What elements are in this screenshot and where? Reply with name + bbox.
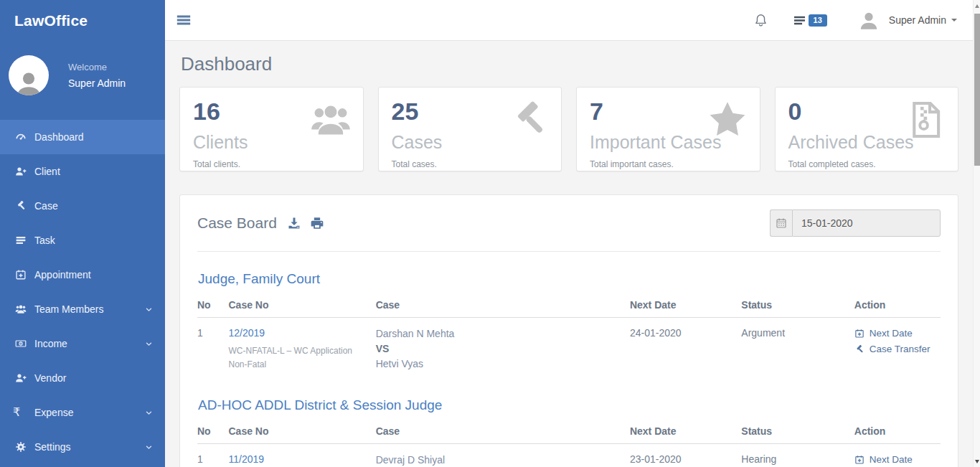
vertical-scrollbar[interactable] [973, 0, 980, 467]
star-icon [707, 99, 748, 141]
calendar-plus-icon [854, 329, 864, 339]
sidebar-item-vendor[interactable]: Vendor [0, 361, 165, 395]
next-date-value: 24-01-2020 [630, 318, 741, 379]
tasks-count-badge: 13 [809, 14, 827, 27]
welcome-user-name: Super Admin [68, 77, 126, 89]
gavel-icon [508, 99, 550, 141]
hamburger-icon [176, 12, 192, 28]
triangle-down-icon [975, 460, 979, 463]
gear-icon [13, 441, 29, 453]
column-header-no: No [197, 290, 229, 318]
avatar [9, 55, 49, 95]
scroll-up-button[interactable] [974, 0, 980, 11]
sidebar-item-task[interactable]: Task [0, 223, 165, 258]
download-icon [287, 216, 301, 230]
stat-description: Total clients. [193, 159, 350, 169]
avatar [857, 9, 880, 32]
calendar-plus-icon [13, 269, 29, 280]
cases-table: No Case No Case Next Date Status Action … [197, 416, 941, 467]
column-header-action: Action [854, 416, 941, 444]
next-date-action-link[interactable]: Next Date [854, 453, 936, 466]
sidebar: LawOffice Welcome Super Admin Dashboard … [0, 0, 165, 467]
users-icon [310, 99, 352, 141]
cases-table: No Case No Case Next Date Status Action … [197, 290, 941, 378]
case-number-link[interactable]: 11/2019 [229, 453, 265, 465]
triangle-up-icon [975, 4, 979, 8]
court-section-heading: Judge, Family Court [198, 271, 941, 287]
money-bill-icon [13, 338, 29, 349]
sidebar-item-income[interactable]: Income [0, 326, 165, 361]
chevron-down-icon [144, 443, 154, 452]
main-area: 13 Super Admin Dashboard 16 Clients Tota… [165, 0, 973, 467]
scroll-down-button[interactable] [974, 456, 980, 467]
user-plus-icon [13, 372, 29, 384]
calendar-plus-icon [854, 455, 864, 465]
stat-card-important-cases[interactable]: 7 Important Cases Total important cases. [576, 87, 760, 171]
party-one: Darshan N Mehta [376, 327, 626, 340]
column-header-status: Status [741, 416, 854, 444]
date-input[interactable] [792, 209, 941, 237]
column-header-next-date: Next Date [630, 416, 741, 444]
chevron-down-icon [144, 339, 154, 349]
court-section-heading: AD-HOC ADDL District & Session Judge [198, 397, 941, 413]
tasks-icon [793, 14, 806, 27]
column-header-next-date: Next Date [630, 290, 741, 318]
stat-description: Total cases. [392, 159, 549, 169]
sidebar-item-client[interactable]: Client [0, 154, 165, 189]
download-button[interactable] [287, 216, 301, 230]
notifications-button[interactable] [753, 13, 768, 28]
stat-card-cases[interactable]: 25 Cases Total cases. [378, 87, 562, 171]
top-navbar: 13 Super Admin [165, 0, 973, 41]
tasks-list-icon [13, 235, 29, 246]
caret-down-icon [951, 19, 957, 22]
welcome-greeting: Welcome [68, 62, 126, 72]
gavel-icon [854, 344, 864, 354]
sidebar-item-expense[interactable]: ₹ Expense [0, 395, 165, 430]
user-avatar-icon [857, 9, 880, 32]
app-logo[interactable]: LawOffice [0, 0, 165, 41]
table-row: 1 11/2019 STRIKE-LC – Application for Il… [197, 444, 941, 467]
next-date-action-link[interactable]: Next Date [854, 327, 936, 340]
column-header-case-no: Case No [229, 416, 376, 444]
dashboard-gauge-icon [13, 131, 29, 143]
user-plus-icon [13, 166, 29, 177]
user-menu[interactable]: Super Admin [857, 9, 957, 32]
date-addon[interactable] [770, 209, 792, 237]
case-board-panel: Case Board Judge, Fa [179, 194, 958, 467]
user-name: Super Admin [889, 14, 946, 26]
sidebar-item-settings[interactable]: Settings [0, 430, 165, 464]
gavel-icon [13, 200, 29, 212]
stat-cards: 16 Clients Total clients. 25 Cases Total… [179, 87, 958, 171]
stat-card-clients[interactable]: 16 Clients Total clients. [179, 87, 364, 171]
sidebar-toggle-button[interactable] [176, 12, 192, 28]
stat-description: Total completed cases. [788, 159, 946, 169]
case-type: WC-NFATAL-L – WC Application Non-Fatal [229, 344, 359, 371]
sidebar-item-appointment[interactable]: Appointment [0, 258, 165, 292]
case-number-link[interactable]: 12/2019 [229, 327, 265, 339]
chevron-down-icon [144, 408, 154, 418]
page-content: Dashboard 16 Clients Total clients. 25 C… [165, 41, 973, 467]
user-avatar-icon [12, 67, 45, 95]
date-picker-group [770, 209, 941, 237]
sidebar-item-dashboard[interactable]: Dashboard [0, 120, 165, 154]
zip-file-icon [905, 99, 946, 141]
row-number: 1 [197, 318, 229, 379]
sidebar-item-team-members[interactable]: Team Members [0, 292, 165, 326]
stat-card-archived-cases[interactable]: 0 Archived Cases Total completed cases. [775, 87, 959, 171]
column-header-status: Status [741, 290, 854, 318]
chevron-down-icon [144, 305, 154, 314]
calendar-icon [776, 217, 787, 229]
print-button[interactable] [310, 216, 324, 230]
sidebar-item-case[interactable]: Case [0, 189, 165, 223]
page-title: Dashboard [181, 53, 958, 75]
case-board-title: Case Board [197, 214, 277, 232]
sidebar-menu: Dashboard Client Case Task Appointment T… [0, 120, 165, 464]
stat-description: Total important cases. [590, 159, 747, 169]
column-header-action: Action [854, 290, 941, 318]
case-transfer-action-link[interactable]: Case Transfer [854, 343, 936, 356]
column-header-no: No [197, 416, 229, 444]
tasks-button[interactable]: 13 [793, 14, 827, 27]
status-value: Argument [741, 318, 854, 379]
table-row: 1 12/2019 WC-NFATAL-L – WC Application N… [197, 318, 941, 379]
scrollbar-thumb[interactable] [974, 14, 980, 166]
